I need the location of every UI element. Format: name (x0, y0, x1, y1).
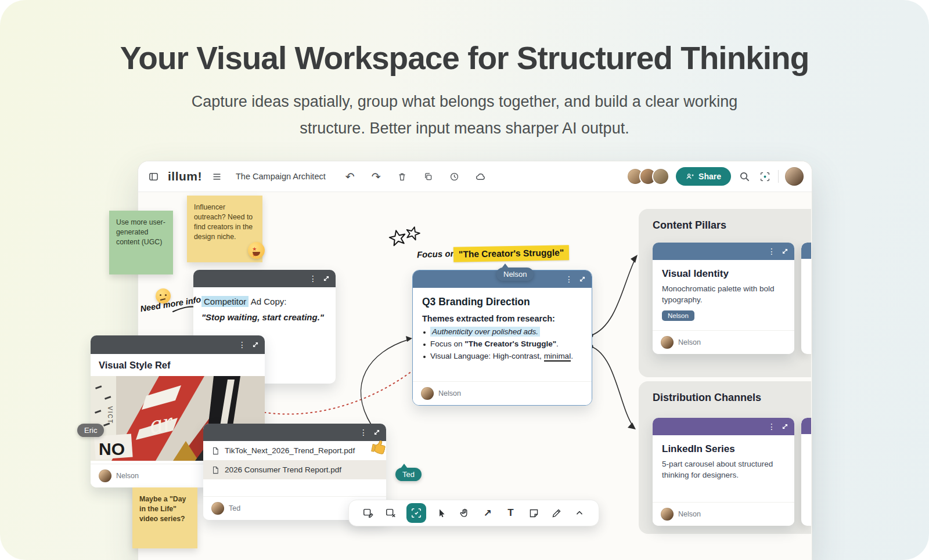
card-body: LinkedIn Series 5-part carousel about st… (653, 435, 794, 480)
file-name: 2026 Consumer Trend Report.pdf (225, 465, 341, 474)
duplicate-button[interactable] (422, 169, 435, 183)
delete-button[interactable] (395, 169, 409, 183)
underlined-word: minimal (544, 352, 571, 362)
sticky-note-ugc[interactable]: Use more user-generated content (UGC) (109, 211, 173, 274)
handwritten-focus-note: Focus on (417, 248, 456, 259)
expand-icon[interactable] (373, 429, 380, 436)
user-tag-ted[interactable]: Ted (395, 468, 422, 481)
author-name: Nelson (438, 389, 461, 398)
frame-remove-tool[interactable] (383, 505, 398, 521)
group-distribution-channels[interactable]: Distribution Channels ⋮ LinkedIn Series … (639, 381, 811, 534)
document-title[interactable]: The Campaign Architect (236, 172, 326, 181)
sync-button[interactable] (474, 169, 488, 183)
center-view-button[interactable] (758, 169, 772, 183)
card-menu-icon[interactable]: ⋮ (565, 275, 573, 283)
card-title: Q3 Branding Direction (422, 296, 582, 308)
card-subtitle: Themes extracted from research: (422, 314, 582, 323)
card-body: Competitor Ad Copy: "Stop waiting, start… (193, 287, 336, 331)
star-struck-emoji-icon[interactable] (248, 242, 265, 259)
bullet-item: Authenticity over polished ads. (422, 327, 582, 336)
sidebar-icon (148, 171, 159, 182)
hamburger-icon (212, 172, 222, 182)
cursor-tool[interactable] (434, 505, 449, 521)
highlighted-word: Competitor (201, 296, 249, 307)
file-icon (211, 447, 219, 455)
expand-icon[interactable] (579, 276, 586, 283)
expand-icon[interactable] (782, 423, 788, 430)
author-avatar (99, 469, 111, 482)
card-linkedin-series[interactable]: ⋮ LinkedIn Series 5-part carousel about … (653, 418, 794, 526)
assignee-chip[interactable]: Nelson (662, 310, 694, 321)
bullet-text: . (571, 352, 573, 360)
person-plus-icon (686, 172, 694, 181)
search-button[interactable] (737, 169, 751, 183)
expand-icon[interactable] (323, 275, 330, 282)
arrow-tool[interactable]: ↗ (480, 505, 495, 521)
collaborator-avatars[interactable] (626, 168, 669, 185)
collaborator-avatar[interactable] (652, 168, 669, 185)
bullet-item: Focus on "The Creator's Struggle". (422, 339, 582, 348)
bullet-list: Authenticity over polished ads. Focus on… (422, 327, 582, 360)
card-header (801, 418, 811, 434)
file-row[interactable]: 2026 Consumer Trend Report.pdf (203, 460, 386, 479)
card-menu-icon[interactable]: ⋮ (309, 274, 317, 283)
frame-select-tool[interactable] (361, 505, 376, 521)
card-body: Visual Identity Monochromatic palette wi… (653, 260, 794, 321)
pen-icon (551, 508, 562, 519)
card-text: Competitor Ad Copy: (201, 297, 327, 306)
card-header (801, 243, 811, 259)
card-menu-icon[interactable]: ⋮ (768, 422, 776, 431)
toolbar-left-group: illum! The Campaign Architect (146, 169, 326, 183)
sticky-note-icon (528, 508, 539, 519)
card-visual-identity[interactable]: ⋮ Visual Identity Monochromatic palette … (653, 243, 794, 354)
bullet-text: Focus on (430, 339, 464, 348)
frame-remove-icon (385, 507, 397, 519)
user-tag-nelson[interactable]: Nelson (496, 268, 534, 281)
card-menu-icon[interactable]: ⋮ (359, 428, 368, 436)
ai-select-tool[interactable] (406, 503, 426, 523)
history-button[interactable] (448, 169, 462, 183)
share-button[interactable]: Share (676, 167, 731, 186)
card-peek[interactable] (801, 418, 811, 526)
thinking-face-emoji-icon[interactable] (156, 288, 171, 304)
author-name: Ted (229, 504, 240, 512)
file-name: TikTok_Next_2026_Trend_Report.pdf (225, 446, 355, 455)
sidebar-toggle-button[interactable] (146, 169, 160, 183)
toolbar-right-group: Share (626, 167, 804, 186)
group-content-pillars[interactable]: Content Pillars ⋮ Visual Identity Monoch… (639, 209, 811, 377)
bullet-text: . (556, 339, 559, 348)
text-tool[interactable]: T (503, 505, 518, 521)
hand-tool[interactable] (457, 505, 472, 521)
chevron-up-icon (574, 508, 585, 518)
menu-button[interactable] (210, 169, 224, 183)
app-logo: illum! (168, 169, 202, 183)
card-peek[interactable] (801, 243, 811, 354)
file-row[interactable]: TikTok_Next_2026_Trend_Report.pdf (203, 441, 386, 460)
card-title: Visual Style Ref (91, 354, 265, 375)
author-name: Nelson (678, 510, 701, 518)
card-body: Q3 Branding Direction Themes extracted f… (413, 288, 592, 360)
card-menu-icon[interactable]: ⋮ (768, 247, 776, 255)
collapse-toolbar-button[interactable] (572, 505, 587, 521)
author-name: Nelson (116, 472, 139, 480)
sticky-note-tool[interactable] (526, 505, 541, 521)
expand-icon[interactable] (252, 341, 259, 348)
bullet-bold-text: "The Creator's Struggle" (464, 339, 556, 348)
trash-icon (397, 172, 407, 182)
highlighted-phrase[interactable]: "The Creator's Struggle" (453, 245, 570, 262)
expand-icon[interactable] (782, 248, 788, 255)
card-menu-icon[interactable]: ⋮ (238, 341, 246, 349)
user-tag-eric[interactable]: Eric (77, 424, 104, 437)
redo-button[interactable]: ↷ (369, 169, 383, 183)
cloud-icon (475, 171, 486, 182)
file-icon (211, 466, 219, 474)
undo-button[interactable]: ↶ (343, 169, 357, 183)
card-title: LinkedIn Series (662, 443, 785, 455)
pen-tool[interactable] (549, 505, 564, 521)
profile-avatar[interactable] (785, 167, 804, 186)
author-name: Nelson (678, 338, 701, 346)
focus-frame-icon (759, 171, 770, 182)
sticky-note-video-series[interactable]: Maybe a "Day in the Life" video series? (132, 487, 197, 548)
card-q3-branding-direction[interactable]: ⋮ Q3 Branding Direction Themes extracted… (412, 270, 592, 406)
hand-icon (459, 507, 470, 519)
